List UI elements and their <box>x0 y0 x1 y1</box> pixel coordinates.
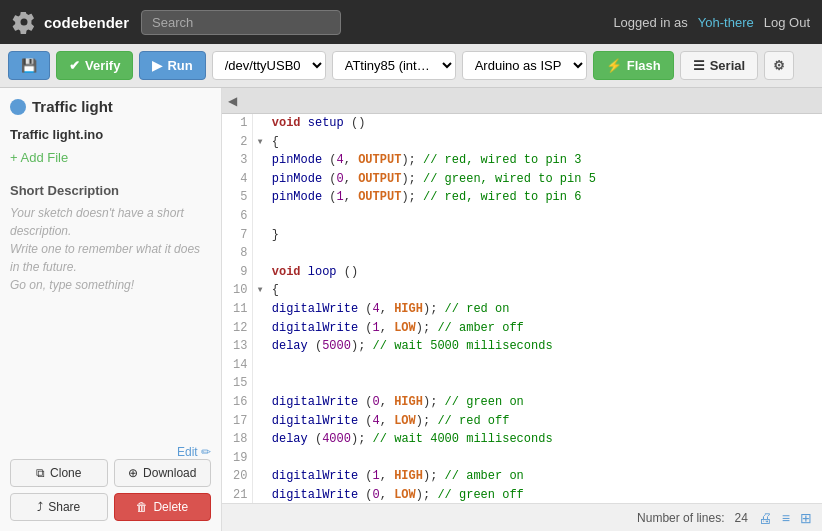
collapse-button[interactable]: ◀ <box>228 94 237 108</box>
trash-icon: 🗑 <box>136 500 148 514</box>
download-button[interactable]: ⊕ Download <box>114 459 212 487</box>
code-line-content: digitalWrite (4, HIGH); // red on <box>268 300 822 319</box>
table-row: 16 digitalWrite (0, HIGH); // green on <box>222 393 822 412</box>
table-row: 12 digitalWrite (1, LOW); // amber off <box>222 319 822 338</box>
file-item[interactable]: Traffic light.ino <box>10 123 211 146</box>
line-number: 18 <box>222 430 252 449</box>
print-button[interactable]: 🖨 <box>758 510 772 526</box>
table-row: 14 <box>222 356 822 375</box>
clone-button[interactable]: ⧉ Clone <box>10 459 108 487</box>
verify-button[interactable]: ✔ Verify <box>56 51 133 80</box>
code-line-content: delay (5000); // wait 5000 milliseconds <box>268 337 822 356</box>
gear-icon <box>12 10 36 34</box>
line-number: 4 <box>222 170 252 189</box>
table-row: 3 pinMode (4, OUTPUT); // red, wired to … <box>222 151 822 170</box>
line-number: 21 <box>222 486 252 503</box>
fold-arrow <box>252 170 268 189</box>
settings-button[interactable]: ⚙ <box>764 51 794 80</box>
line-number: 14 <box>222 356 252 375</box>
line-count: 24 <box>734 511 747 525</box>
username-link[interactable]: Yoh-there <box>698 15 754 30</box>
header: codebender Logged in as Yoh-there Log Ou… <box>0 0 822 44</box>
logo-area: codebender <box>12 10 129 34</box>
code-line-content: void loop () <box>268 263 822 282</box>
save-icon: 💾 <box>21 58 37 73</box>
line-number: 19 <box>222 449 252 468</box>
share-icon: ⤴ <box>37 500 43 514</box>
code-line-content: pinMode (0, OUTPUT); // green, wired to … <box>268 170 822 189</box>
table-row: 10 ▾ { <box>222 281 822 300</box>
line-number: 20 <box>222 467 252 486</box>
delete-label: Delete <box>153 500 188 514</box>
search-input[interactable] <box>141 10 341 35</box>
fold-arrow <box>252 430 268 449</box>
table-row: 6 <box>222 207 822 226</box>
fold-arrow <box>252 412 268 431</box>
serial-icon: ☰ <box>693 58 705 73</box>
table-row: 4 pinMode (0, OUTPUT); // green, wired t… <box>222 170 822 189</box>
fold-arrow: ▾ <box>252 133 268 152</box>
sidebar-buttons: ⧉ Clone ⊕ Download ⤴ Share 🗑 Delete <box>10 459 211 521</box>
fold-arrow <box>252 226 268 245</box>
table-row: 18 delay (4000); // wait 4000 millisecon… <box>222 430 822 449</box>
code-header: ◀ <box>222 88 822 114</box>
device-select[interactable]: /dev/ttyUSB0 <box>212 51 326 80</box>
flash-icon: ⚡ <box>606 58 622 73</box>
serial-label: Serial <box>710 58 745 73</box>
logged-in-text: Logged in as <box>613 15 687 30</box>
code-line-content: void setup () <box>268 114 822 133</box>
main: Traffic light Traffic light.ino + Add Fi… <box>0 88 822 531</box>
run-button[interactable]: ▶ Run <box>139 51 205 80</box>
save-button[interactable]: 💾 <box>8 51 50 80</box>
list-view-button[interactable]: ≡ <box>782 510 790 526</box>
code-line-content <box>268 207 822 226</box>
clone-label: Clone <box>50 466 81 480</box>
line-number: 17 <box>222 412 252 431</box>
code-editor: ◀ 1 void setup () 2 ▾ { 3 pinMode (4, OU… <box>222 88 822 531</box>
code-scroll[interactable]: 1 void setup () 2 ▾ { 3 pinMode (4, OUTP… <box>222 114 822 503</box>
fold-arrow <box>252 319 268 338</box>
code-line-content: { <box>268 133 822 152</box>
share-label: Share <box>48 500 80 514</box>
checkmark-icon: ✔ <box>69 58 80 73</box>
code-line-content: pinMode (1, OUTPUT); // red, wired to pi… <box>268 188 822 207</box>
settings-gear-icon: ⚙ <box>773 58 785 73</box>
code-line-content: { <box>268 281 822 300</box>
serial-button[interactable]: ☰ Serial <box>680 51 758 80</box>
line-number: 11 <box>222 300 252 319</box>
fold-arrow <box>252 337 268 356</box>
share-button[interactable]: ⤴ Share <box>10 493 108 521</box>
code-line-content <box>268 449 822 468</box>
line-number: 2 <box>222 133 252 152</box>
flash-button[interactable]: ⚡ Flash <box>593 51 674 80</box>
flash-label: Flash <box>627 58 661 73</box>
fold-arrow: ▾ <box>252 281 268 300</box>
table-row: 11 digitalWrite (4, HIGH); // red on <box>222 300 822 319</box>
add-file-button[interactable]: + Add File <box>10 146 211 169</box>
fold-arrow <box>252 467 268 486</box>
run-label: Run <box>167 58 192 73</box>
verify-label: Verify <box>85 58 120 73</box>
code-line-content <box>268 356 822 375</box>
fold-arrow <box>252 374 268 393</box>
board-select[interactable]: ATtiny85 (int… <box>332 51 456 80</box>
programmer-select[interactable]: Arduino as ISP <box>462 51 587 80</box>
table-row: 1 void setup () <box>222 114 822 133</box>
code-footer: Number of lines: 24 🖨 ≡ ⊞ <box>222 503 822 531</box>
line-number: 15 <box>222 374 252 393</box>
download-icon: ⊕ <box>128 466 138 480</box>
delete-button[interactable]: 🗑 Delete <box>114 493 212 521</box>
grid-view-button[interactable]: ⊞ <box>800 510 812 526</box>
fold-arrow <box>252 449 268 468</box>
fold-arrow <box>252 263 268 282</box>
num-lines-label: Number of lines: <box>637 511 724 525</box>
edit-link[interactable]: Edit ✏ <box>10 445 211 459</box>
line-number: 12 <box>222 319 252 338</box>
fold-arrow <box>252 114 268 133</box>
logout-link[interactable]: Log Out <box>764 15 810 30</box>
code-line-content: delay (4000); // wait 4000 milliseconds <box>268 430 822 449</box>
fold-arrow <box>252 300 268 319</box>
header-right: Logged in as Yoh-there Log Out <box>613 15 810 30</box>
line-number: 10 <box>222 281 252 300</box>
share-delete-row: ⤴ Share 🗑 Delete <box>10 493 211 521</box>
